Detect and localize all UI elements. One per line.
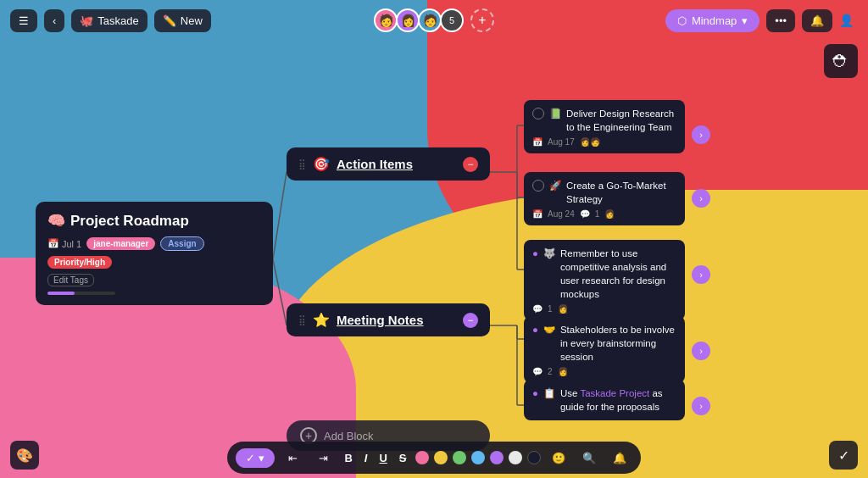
italic-button[interactable]: I (361, 450, 371, 466)
user-avatar[interactable]: 👤 (834, 8, 858, 32)
topbar-left: ☰ ‹ 🐙 Taskade ✏️ New (10, 9, 211, 32)
chevron-icon: ▾ (259, 452, 264, 464)
task-3-expand-button[interactable]: › (692, 265, 710, 284)
calendar-icon: 📅 (532, 209, 542, 219)
task-1-expand-button[interactable]: › (692, 125, 710, 144)
project-tags: Edit Tags (47, 274, 261, 286)
edit-icon: ✏️ (163, 14, 176, 27)
color-blue[interactable] (471, 451, 485, 464)
task-4-meta: 💬 2 👩 (532, 367, 676, 376)
bullet-icon: ● (532, 386, 538, 400)
palette-button[interactable]: 🎨 (10, 441, 39, 470)
svg-line-8 (273, 259, 287, 325)
assignee-badge[interactable]: jane-manager (86, 237, 155, 250)
task-2-checkbox[interactable] (532, 180, 544, 192)
strikethrough-button[interactable]: S (396, 450, 410, 466)
check-button[interactable]: ✓ ▾ (236, 448, 275, 468)
color-pink[interactable] (415, 451, 429, 464)
mindmap-label: Mindmap (692, 14, 737, 27)
hamburger-icon: ☰ (19, 14, 29, 27)
task-3-comments: 1 (548, 304, 553, 314)
indent-out-button[interactable]: ⇤ (280, 445, 305, 470)
task-card-3: ● 🐺 Remember to use competitive analysis… (524, 240, 685, 320)
new-button[interactable]: ✏️ New (154, 9, 211, 32)
task-1-avatars: 👩🧑 (580, 137, 600, 147)
color-dark[interactable] (527, 451, 541, 464)
mindmap-button[interactable]: ⬡ Mindmap ▾ (665, 9, 760, 32)
emoji-icon: 🙂 (552, 452, 565, 464)
assign-badge[interactable]: Assign (160, 236, 203, 251)
more-icon: ••• (775, 14, 787, 27)
task-3-avatar: 👩 (558, 304, 568, 314)
action-items-title: Action Items (337, 157, 413, 171)
task-2-text: Create a Go-To-Market Strategy (566, 179, 676, 206)
bullet-icon: ● (532, 323, 538, 336)
taskade-icon: 🐙 (80, 14, 93, 27)
avatar-1: 🧑 (374, 8, 398, 32)
task-4-comments: 2 (548, 367, 553, 376)
task-4-expand-button[interactable]: › (692, 342, 710, 360)
comment-icon: 💬 (532, 304, 542, 314)
color-yellow[interactable] (434, 451, 448, 464)
taskade-label: Taskade (97, 14, 138, 27)
indent-in-icon: ⇥ (319, 452, 328, 464)
task-2-meta: 📅 Aug 24 💬 1 👩 (532, 209, 676, 219)
task-5-emoji: 📋 (543, 386, 555, 400)
action-items-emoji: 🎯 (313, 156, 330, 172)
task-3-meta: 💬 1 👩 (532, 304, 676, 314)
menu-button[interactable]: ☰ (10, 9, 37, 32)
color-white[interactable] (509, 451, 522, 464)
checkmark-icon: ✓ (838, 447, 849, 464)
edit-tags-button[interactable]: Edit Tags (47, 274, 94, 286)
avatar-2: 👩 (396, 8, 420, 32)
task-card-4: ● 🤝 Stakeholders to be involve in every … (524, 316, 685, 383)
comment-icon: 💬 (532, 367, 542, 376)
confirm-button[interactable]: ✓ (829, 441, 858, 470)
back-button[interactable]: ‹ (44, 9, 64, 32)
color-purple[interactable] (490, 451, 504, 464)
task-5-header: ● 📋 Use Taskade Project as guide for the… (532, 386, 676, 414)
avatar-count: 5 (440, 8, 464, 32)
collapse-button[interactable]: − (463, 157, 478, 172)
task-card-5: ● 📋 Use Taskade Project as guide for the… (524, 380, 685, 420)
task-3-header: ● 🐺 Remember to use competitive analysis… (532, 247, 676, 301)
meeting-notes-node[interactable]: ⣿ ⭐ Meeting Notes − (287, 303, 490, 336)
meeting-notes-emoji: ⭐ (313, 312, 330, 328)
bold-button[interactable]: B (341, 450, 355, 466)
bottom-toolbar: ✓ ▾ ⇤ ⇥ B I U S 🙂 🔍 🔔 (0, 437, 868, 478)
task-5-expand-button[interactable]: › (692, 397, 710, 415)
project-date: 📅 Jul 1 (47, 238, 81, 249)
toolbar-main: ✓ ▾ ⇤ ⇥ B I U S 🙂 🔍 🔔 (227, 442, 640, 474)
expand-button[interactable]: − (463, 313, 478, 328)
mindmap-icon: ⬡ (677, 14, 687, 27)
avatar-group: 🧑 👩 🧑 5 + (374, 8, 494, 32)
search-icon: 🔍 (582, 452, 596, 464)
task-4-text: Stakeholders to be involve in every brai… (560, 323, 676, 364)
notification-button[interactable]: 🔔 (802, 9, 832, 32)
helmet-icon: ⛑ (824, 44, 858, 78)
task-2-avatar: 👩 (604, 209, 615, 219)
more-button[interactable]: ••• (766, 9, 795, 32)
task-2-expand-button[interactable]: › (692, 189, 710, 208)
task-1-checkbox[interactable] (532, 108, 544, 119)
search-button[interactable]: 🔍 (576, 445, 602, 470)
emoji-button[interactable]: 🙂 (546, 445, 571, 470)
brain-icon: 🧠 (47, 212, 65, 230)
drag-handle-icon: ⣿ (298, 314, 306, 326)
task-4-emoji: 🤝 (543, 323, 555, 336)
action-items-node[interactable]: ⣿ 🎯 Action Items − (287, 147, 490, 181)
task-1-emoji: 📗 (549, 107, 561, 120)
notification-toolbar-button[interactable]: 🔔 (607, 445, 632, 470)
underline-button[interactable]: U (376, 450, 390, 466)
task-4-header: ● 🤝 Stakeholders to be involve in every … (532, 323, 676, 364)
color-green[interactable] (453, 451, 466, 464)
task-4-avatar: 👩 (558, 367, 568, 376)
project-roadmap-card: 🧠 Project Roadmap 📅 Jul 1 jane-manager A… (36, 202, 273, 305)
indent-in-button[interactable]: ⇥ (310, 445, 336, 470)
task-card-2: 🚀 Create a Go-To-Market Strategy 📅 Aug 2… (524, 172, 685, 225)
taskade-button[interactable]: 🐙 Taskade (71, 9, 147, 32)
palette-icon: 🎨 (16, 447, 33, 464)
chevron-down-icon: ▾ (742, 14, 748, 27)
avatar-add-button[interactable]: + (470, 8, 494, 32)
priority-badge[interactable]: Priority/High (47, 256, 112, 269)
